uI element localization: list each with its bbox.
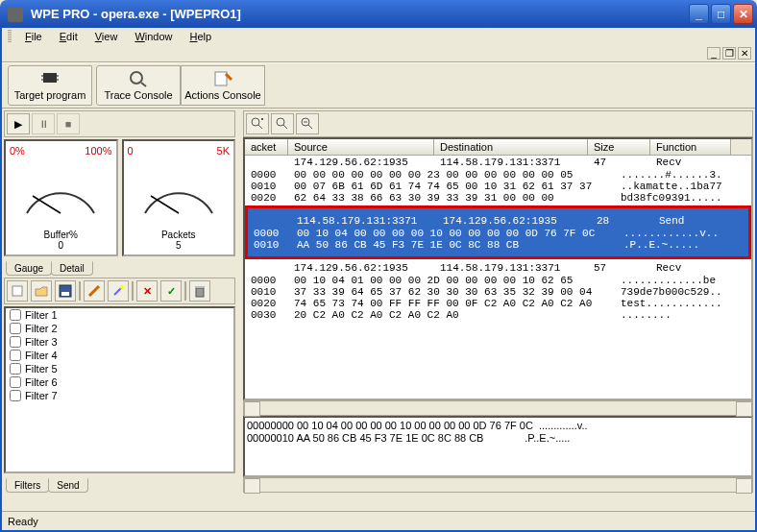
gauge-label: Packets — [128, 230, 231, 240]
delete-filter-button[interactable]: ✕ — [136, 280, 158, 302]
packet-row[interactable]: 174.129.56.62:1935114.58.179.131:337147R… — [245, 156, 751, 204]
apply-filter-button[interactable]: ✓ — [160, 280, 182, 302]
filter-label: Filter 7 — [25, 390, 58, 401]
svg-rect-17 — [196, 288, 204, 297]
maximize-button[interactable]: □ — [711, 4, 731, 24]
filter-checkbox[interactable] — [10, 350, 21, 361]
hex-ascii: 739de7b000c529.. — [615, 286, 751, 298]
hex-offset: 0000 — [248, 228, 291, 239]
filter-row[interactable]: Filter 4 — [6, 349, 233, 362]
hex-viewer[interactable]: 00000000 00 10 04 00 00 00 00 10 00 00 0… — [243, 416, 753, 477]
hex-bytes: 00 07 6B 61 6D 61 74 74 65 00 10 31 62 6… — [288, 181, 615, 192]
hex-ascii: ..kamatte..1ba77 — [615, 181, 751, 192]
hex-bytes: 62 64 33 38 66 63 30 39 33 39 31 00 00 0… — [288, 192, 615, 204]
gauge-value: 5 — [128, 240, 231, 251]
filter-checkbox[interactable] — [10, 376, 21, 388]
open-filter-button[interactable] — [31, 280, 52, 302]
filter-checkbox[interactable] — [10, 363, 21, 375]
col-size[interactable]: Size — [588, 139, 650, 155]
tab-gauge[interactable]: Gauge — [6, 261, 52, 276]
stop-button[interactable]: ■ — [57, 113, 80, 134]
zoom-in-button[interactable] — [271, 113, 294, 134]
col-destination[interactable]: Destination — [434, 139, 588, 155]
actions-label: Actions Console — [184, 89, 261, 101]
svg-rect-13 — [61, 292, 69, 296]
svg-rect-0 — [43, 73, 57, 83]
edit-filter-button[interactable] — [84, 280, 105, 302]
hex-line: 00000010 AA 50 86 CB 45 F3 7E 1E 0C 8C 8… — [247, 432, 570, 444]
col-packet[interactable]: acket — [245, 139, 288, 155]
horizontal-scrollbar[interactable] — [243, 400, 753, 416]
func-cell: Recv — [650, 262, 731, 274]
filter-row[interactable]: Filter 5 — [6, 362, 233, 375]
filter-label: Filter 3 — [25, 336, 58, 348]
play-button[interactable]: ▶ — [7, 113, 30, 134]
menu-file[interactable]: File — [17, 29, 50, 44]
chip-icon — [39, 70, 61, 87]
func-cell: Send — [653, 215, 734, 227]
filter-label: Filter 5 — [25, 363, 58, 375]
svg-line-22 — [283, 125, 287, 129]
mdi-close-button[interactable]: ✕ — [738, 47, 751, 60]
zoom-fit-button[interactable] — [246, 113, 269, 134]
hex-bytes: 00 10 04 01 00 00 00 2D 00 00 00 00 10 6… — [288, 275, 615, 286]
filter-checkbox[interactable] — [10, 390, 21, 401]
hex-bytes: 74 65 73 74 00 FF FF FF 00 0F C2 A0 C2 A… — [288, 298, 615, 309]
title-bar: WPE PRO - opera.exe - [WPEPRO1] _ □ ✕ — [0, 0, 757, 28]
hex-offset: 0020 — [245, 192, 288, 204]
zoom-out-button[interactable] — [296, 113, 319, 134]
svg-line-20 — [258, 125, 262, 129]
svg-rect-2 — [41, 79, 43, 81]
size-cell: 57 — [588, 262, 650, 274]
menu-view[interactable]: View — [87, 29, 126, 44]
dst-cell: 114.58.179.131:3371 — [434, 262, 588, 274]
filter-list[interactable]: Filter 1Filter 2Filter 3Filter 4Filter 5… — [4, 306, 235, 473]
filter-label: Filter 6 — [25, 376, 58, 388]
horizontal-scrollbar[interactable] — [243, 477, 753, 493]
gauge-value: 0 — [10, 240, 112, 251]
filter-row[interactable]: Filter 3 — [6, 335, 233, 349]
hex-ascii: .......#......3. — [615, 169, 751, 181]
trash-filter-button[interactable] — [189, 280, 210, 302]
filter-row[interactable]: Filter 1 — [6, 308, 233, 322]
filter-wand-button[interactable] — [108, 280, 129, 302]
src-cell: 114.58.179.131:3371 — [291, 215, 437, 227]
save-filter-button[interactable] — [55, 280, 76, 302]
packet-grid[interactable]: acket Source Destination Size Function 1… — [243, 137, 753, 400]
svg-line-9 — [33, 196, 61, 213]
actions-console-button[interactable]: Actions Console — [181, 65, 265, 106]
filter-checkbox[interactable] — [10, 309, 21, 321]
tab-detail[interactable]: Detail — [51, 261, 93, 276]
packet-row[interactable]: 114.58.179.131:3371174.129.56.62:193528S… — [245, 206, 751, 259]
pause-button[interactable]: ⏸ — [32, 113, 55, 134]
minimize-button[interactable]: _ — [689, 4, 709, 24]
menu-edit[interactable]: Edit — [52, 29, 85, 44]
document-pencil-icon — [212, 70, 233, 87]
filter-checkbox[interactable] — [10, 323, 21, 334]
col-function[interactable]: Function — [650, 139, 731, 155]
packets-gauge: 05K Packets 5 — [122, 139, 236, 256]
trace-console-button[interactable]: Trace Console — [96, 65, 181, 106]
gauge-max: 5K — [217, 145, 230, 157]
filter-label: Filter 1 — [25, 309, 58, 321]
tab-filters[interactable]: Filters — [6, 478, 49, 493]
filter-row[interactable]: Filter 2 — [6, 322, 233, 335]
mdi-minimize-button[interactable]: _ — [707, 47, 720, 60]
target-program-button[interactable]: Target program — [8, 65, 92, 106]
status-bar: Ready — [2, 511, 755, 530]
svg-point-21 — [277, 118, 284, 126]
filter-checkbox[interactable] — [10, 336, 21, 348]
col-source[interactable]: Source — [288, 139, 434, 155]
filter-row[interactable]: Filter 7 — [6, 389, 233, 402]
menu-window[interactable]: Window — [127, 29, 180, 44]
close-button[interactable]: ✕ — [733, 4, 753, 24]
mdi-restore-button[interactable]: ❐ — [722, 47, 736, 60]
gauge-min: 0% — [10, 145, 25, 157]
size-cell: 47 — [588, 157, 650, 168]
new-filter-button[interactable] — [7, 280, 28, 302]
tab-send[interactable]: Send — [48, 478, 87, 493]
menu-help[interactable]: Help — [183, 29, 220, 44]
packet-row[interactable]: 174.129.56.62:1935114.58.179.131:337157R… — [245, 261, 751, 321]
gauge-max: 100% — [85, 145, 111, 157]
filter-row[interactable]: Filter 6 — [6, 375, 233, 389]
